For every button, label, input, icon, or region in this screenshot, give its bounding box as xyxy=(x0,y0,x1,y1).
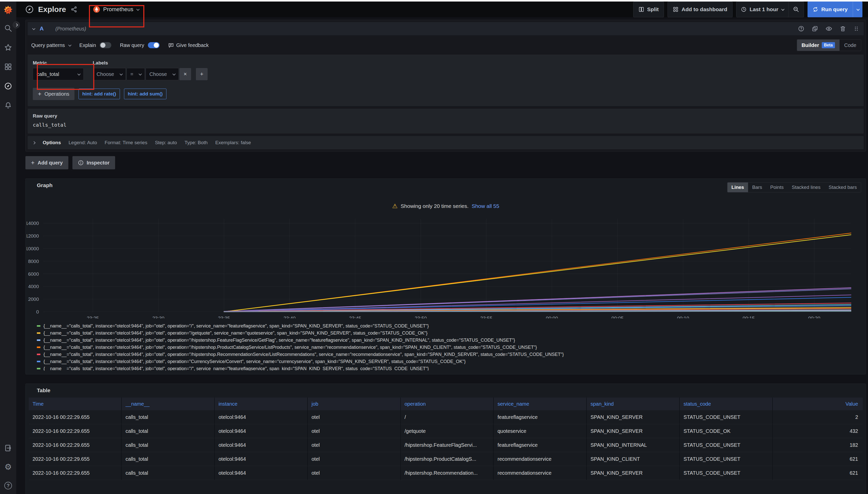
table-cell: /hipstershop.Recommendation... xyxy=(401,466,494,480)
svg-text:23:40: 23:40 xyxy=(284,316,296,318)
split-label: Split xyxy=(647,6,659,13)
warning-text: Showing only 20 time series. xyxy=(401,203,469,209)
time-range-button[interactable]: Last 1 hour xyxy=(736,2,788,17)
legend-item[interactable]: {__name__="calls_total", instance="otelc… xyxy=(37,329,866,337)
label-name-select[interactable]: Choose xyxy=(93,68,126,80)
inspector-label: Inspector xyxy=(87,160,109,166)
give-feedback-button[interactable]: Give feedback xyxy=(168,42,209,48)
add-label-button[interactable]: + xyxy=(196,68,207,80)
column-header-status-code[interactable]: status_code xyxy=(680,398,773,410)
graph-mode-bars[interactable]: Bars xyxy=(748,183,766,192)
builder-tab[interactable]: Builder Beta xyxy=(797,40,840,51)
table-cell: SPAN_KIND_SERVER xyxy=(587,410,680,424)
help-icon[interactable]: ? xyxy=(4,482,12,490)
sign-in-icon[interactable] xyxy=(4,444,12,452)
column-header-value[interactable]: Value xyxy=(773,398,863,410)
datasource-picker[interactable]: Prometheus xyxy=(88,2,143,17)
inspector-button[interactable]: Inspector xyxy=(72,156,115,169)
label-value-select[interactable]: Choose xyxy=(146,68,179,80)
table-row[interactable]: 2022-10-16 00:22:29.655calls_totalotelco… xyxy=(29,424,863,438)
duplicate-query-icon[interactable] xyxy=(812,26,818,32)
legend-label: {__name__="calls_total", instance="otelc… xyxy=(43,330,428,336)
query-options-row[interactable]: Options Legend: Auto Format: Time series… xyxy=(28,136,864,149)
time-series-chart[interactable]: 0200040006000800010000120001400023:2523:… xyxy=(27,212,865,318)
search-icon[interactable] xyxy=(4,24,12,32)
metric-select[interactable]: calls_total xyxy=(33,68,84,80)
query-patterns-dropdown[interactable]: Query patterns xyxy=(31,42,71,48)
run-query-button[interactable]: Run query xyxy=(808,1,863,17)
explore-compass-icon[interactable] xyxy=(4,82,12,90)
query-patterns-label: Query patterns xyxy=(31,42,65,48)
query-row-header[interactable]: A (Prometheus) xyxy=(28,22,864,35)
column-header-service-name[interactable]: service_name xyxy=(494,398,587,410)
legend-label: {__name__="calls_total", instance="otelc… xyxy=(43,352,564,357)
collapse-chevron-icon[interactable] xyxy=(32,27,36,30)
graph-mode-stacked-lines[interactable]: Stacked lines xyxy=(788,183,825,192)
table-cell: SPAN_KIND_SERVER xyxy=(587,424,680,438)
grafana-logo-icon[interactable] xyxy=(3,5,14,16)
hint-add-sum-button[interactable]: hint: add sum() xyxy=(124,89,166,99)
legend-item[interactable]: {__name__="calls_total", instance="otelc… xyxy=(37,351,866,358)
zoom-out-button[interactable] xyxy=(788,2,804,17)
hint-add-rate-button[interactable]: hint: add rate() xyxy=(78,89,120,99)
legend-item[interactable]: {__name__="calls_total", instance="otelc… xyxy=(37,322,866,329)
sidebar: ⚙ ? xyxy=(0,1,16,494)
split-button[interactable]: Split xyxy=(633,1,664,17)
svg-text:2000: 2000 xyxy=(28,297,39,302)
raw-query-toggle[interactable] xyxy=(148,42,160,48)
legend-label: {__name__="calls_total", instance="otelc… xyxy=(43,323,429,329)
legend-label: {__name__="calls_total", instance="otelc… xyxy=(43,359,466,364)
table-cell: 182 xyxy=(773,438,863,452)
graph-mode-stacked-bars[interactable]: Stacked bars xyxy=(825,183,861,192)
legend-item[interactable]: {__name__="calls_total", instance="otelc… xyxy=(37,344,866,351)
query-editor-panel: A (Prometheus) Query patterns xyxy=(25,20,866,152)
legend-swatch xyxy=(37,332,40,334)
label-operator-select[interactable]: = xyxy=(127,68,145,80)
column-header-instance[interactable]: instance xyxy=(215,398,308,410)
table-row[interactable]: 2022-10-16 00:22:29.655calls_totalotelco… xyxy=(29,466,863,480)
starred-icon[interactable] xyxy=(4,44,12,51)
add-to-dashboard-label: Add to dashboard xyxy=(682,6,727,13)
legend-item[interactable]: {__name__="calls_total", instance="otelc… xyxy=(37,358,866,365)
sidebar-expand-button[interactable] xyxy=(13,21,20,28)
drag-handle-icon[interactable] xyxy=(853,26,859,32)
add-to-dashboard-button[interactable]: Add to dashboard xyxy=(668,1,733,17)
remove-label-button[interactable]: × xyxy=(179,68,191,80)
column-header--name-[interactable]: __name__ xyxy=(122,398,215,410)
column-header-span-kind[interactable]: span_kind xyxy=(587,398,680,410)
column-header-job[interactable]: job xyxy=(308,398,401,410)
code-tab[interactable]: Code xyxy=(839,40,861,51)
graph-mode-lines[interactable]: Lines xyxy=(727,183,748,192)
remove-query-trash-icon[interactable] xyxy=(840,26,846,32)
table-cell: otelcol:9464 xyxy=(215,424,308,438)
table-cell: 621 xyxy=(773,452,863,466)
hide-query-eye-icon[interactable] xyxy=(826,25,832,32)
dashboards-icon[interactable] xyxy=(4,63,12,71)
share-icon[interactable] xyxy=(71,6,77,13)
add-query-button[interactable]: + Add query xyxy=(25,156,68,169)
explain-toggle[interactable] xyxy=(100,42,111,48)
column-header-time[interactable]: Time xyxy=(29,398,122,410)
query-help-icon[interactable] xyxy=(798,26,804,32)
run-query-dropdown[interactable] xyxy=(853,1,863,17)
legend-swatch xyxy=(37,346,40,348)
show-all-link[interactable]: Show all 55 xyxy=(472,203,499,209)
legend-item[interactable]: {__name__="calls_total", instance="otelc… xyxy=(37,337,866,344)
alerting-bell-icon[interactable] xyxy=(4,101,12,109)
svg-text:14000: 14000 xyxy=(27,221,39,226)
table-row[interactable]: 2022-10-16 00:22:29.655calls_totalotelco… xyxy=(29,438,863,452)
graph-mode-points[interactable]: Points xyxy=(766,183,788,192)
svg-text:23:55: 23:55 xyxy=(480,316,492,318)
labels-label: Labels xyxy=(93,60,207,66)
operations-button[interactable]: + Operations xyxy=(33,88,74,100)
chevron-down-icon xyxy=(781,7,785,11)
table-cell: 2022-10-16 00:22:29.655 xyxy=(29,438,122,452)
page-title: Explore xyxy=(38,5,66,14)
svg-text:6000: 6000 xyxy=(28,271,39,277)
column-header-operation[interactable]: operation xyxy=(401,398,494,410)
legend-item-partial[interactable]: {__name__="calls_total", instance="otelc… xyxy=(37,365,866,370)
settings-gear-icon[interactable]: ⚙ xyxy=(4,463,12,471)
table-row[interactable]: 2022-10-16 00:22:29.655calls_totalotelco… xyxy=(29,452,863,466)
table-row[interactable]: 2022-10-16 00:22:29.655calls_totalotelco… xyxy=(29,410,863,424)
table-cell: otel xyxy=(308,424,401,438)
